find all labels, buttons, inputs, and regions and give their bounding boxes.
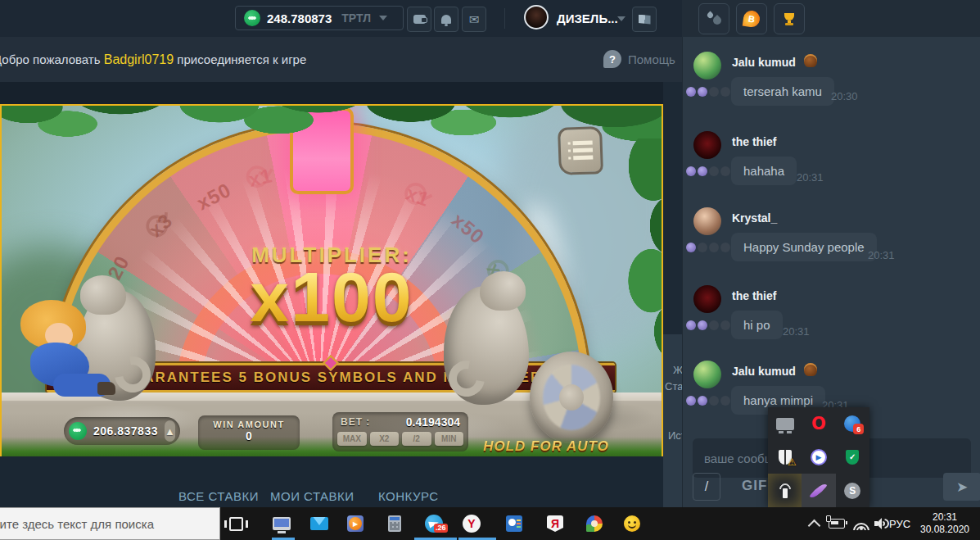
squirrel-statue-right (444, 286, 529, 405)
yandex-button[interactable]: Я (545, 514, 565, 533)
task-view-button[interactable] (226, 514, 246, 533)
system-tray-popup: O ▶ ✓ S (768, 407, 869, 507)
tray-media-item[interactable]: ▶ (802, 441, 835, 474)
transmitter-icon (779, 483, 792, 498)
message-author[interactable]: the thief (732, 289, 776, 302)
paint-icon (586, 515, 603, 532)
avatar[interactable] (693, 285, 721, 313)
network-status[interactable] (851, 514, 871, 533)
bet-half-button[interactable]: /2 (402, 432, 431, 446)
tab-all-bets[interactable]: ВСЕ СТАВКИ (178, 489, 259, 503)
powerpoint-button[interactable] (504, 514, 524, 533)
calculator-button[interactable] (385, 514, 404, 533)
hold-for-auto-label: HOLD FOR AUTO (460, 438, 632, 455)
yandex-browser-icon: Y (463, 515, 481, 533)
contest-button[interactable] (774, 3, 805, 34)
coin-icon (244, 10, 260, 26)
rain-button[interactable] (698, 3, 729, 34)
message-bubble: Happy Sunday people (731, 233, 877, 261)
mail-app-button[interactable] (309, 514, 329, 533)
telegram-badge: .26 (434, 524, 448, 533)
icq-icon (624, 515, 640, 532)
avatar[interactable] (693, 361, 721, 388)
tray-feather-item[interactable] (802, 474, 835, 507)
game-menu-button[interactable] (558, 126, 603, 175)
message-time: 20:30 (831, 90, 858, 102)
turkey-emoji (804, 363, 817, 376)
tray-app-item[interactable] (836, 407, 869, 441)
currency-label: ТРТЛ (341, 11, 371, 25)
tab-contest[interactable]: КОНКУРС (378, 489, 439, 503)
chevron-down-icon (379, 16, 387, 20)
calculator-icon (388, 515, 401, 532)
send-message-button[interactable]: ➤ (943, 473, 980, 501)
user-avatar[interactable] (524, 5, 549, 29)
messages-button[interactable]: ✉ (462, 7, 486, 32)
tray-transmitter-item[interactable] (768, 474, 802, 507)
tab-my-bets[interactable]: МОИ СТАВКИ (270, 489, 355, 503)
display-icon (776, 418, 794, 430)
tray-display-item[interactable] (768, 407, 802, 441)
message-author[interactable]: Krystal_ (732, 211, 777, 225)
username[interactable]: ДИЗЕЛЬ... (557, 11, 618, 25)
bonus-button[interactable]: B (736, 3, 767, 34)
boy-character (6, 300, 116, 415)
flag-button[interactable] (632, 7, 657, 32)
side-panel-label[interactable]: Ж (673, 364, 682, 376)
icq-button[interactable] (622, 514, 642, 533)
mail-icon: ✉ (469, 13, 480, 25)
bet-double-button[interactable]: X2 (370, 432, 400, 446)
avatar[interactable] (693, 207, 721, 235)
language-indicator[interactable]: РУС (889, 518, 910, 530)
tray-expand-button[interactable] (804, 514, 824, 533)
wallet-button[interactable] (407, 7, 431, 32)
windows-taskbar: ▶ .26 Y Я РУС 20:31 30.08.2020 (0, 507, 980, 540)
bet-label: BET : (341, 416, 370, 428)
notice-bar: Добро пожаловать Badgirl0719 присоединяе… (0, 37, 682, 82)
clock[interactable]: 20:31 30.08.2020 (915, 511, 974, 536)
clock-time: 20:31 (915, 511, 974, 524)
chevron-down-icon[interactable] (617, 16, 625, 21)
notifications-button[interactable] (434, 7, 458, 32)
taskbar-search-input[interactable] (0, 507, 220, 540)
send-icon: ➤ (956, 479, 968, 496)
tray-antivirus-item[interactable]: ✓ (836, 441, 869, 474)
message-author[interactable]: the thief (732, 135, 776, 148)
win-amount-box: WIN AMOUNT 0 (198, 415, 300, 450)
media-player-button[interactable]: ▶ (345, 514, 365, 533)
slash-command-button[interactable]: / (693, 473, 720, 501)
boy-boot (97, 382, 115, 395)
spin-button[interactable] (530, 352, 613, 443)
flag-icon (639, 15, 651, 25)
tray-skype-item[interactable]: S (836, 474, 869, 507)
battery-icon (829, 519, 845, 529)
remote-desktop-button[interactable] (272, 514, 291, 533)
telegram-button[interactable]: .26 (424, 514, 444, 533)
divider (504, 8, 505, 29)
bets-tabs-bar: ВСЕ СТАВКИ МОИ СТАВКИ КОНКУРС (0, 456, 663, 507)
remote-desktop-icon (273, 517, 291, 530)
side-panel-label[interactable]: Стат (665, 380, 682, 393)
side-panel-label[interactable]: Ист (668, 429, 682, 442)
message-author[interactable]: Jalu kumud (732, 365, 796, 378)
help-button[interactable]: ? Помощь (603, 50, 675, 68)
bet-value: 0.4194304 (406, 415, 460, 429)
bet-max-button[interactable]: MAX (337, 432, 367, 446)
plug-icon (826, 515, 831, 522)
avatar[interactable] (693, 131, 721, 159)
clock-date: 30.08.2020 (915, 524, 974, 536)
avatar[interactable] (693, 52, 721, 79)
message-time: 20:31 (783, 325, 810, 338)
bet-min-button[interactable]: MIN (435, 432, 464, 446)
battery-status[interactable] (827, 514, 847, 533)
gif-button[interactable]: GIF (742, 478, 767, 494)
balance-up-button[interactable]: ▲ (165, 420, 175, 442)
skype-icon: S (844, 483, 860, 499)
balance-pill[interactable]: 248.780873 ТРТЛ (235, 6, 404, 30)
tray-defender-item[interactable] (768, 441, 802, 474)
welcome-player-name[interactable]: Badgirl0719 (104, 52, 174, 66)
paint-button[interactable] (585, 514, 604, 533)
tray-opera-item[interactable]: O (802, 407, 835, 441)
message-author[interactable]: Jalu kumud (732, 56, 796, 69)
yandex-browser-button[interactable]: Y (462, 514, 481, 533)
